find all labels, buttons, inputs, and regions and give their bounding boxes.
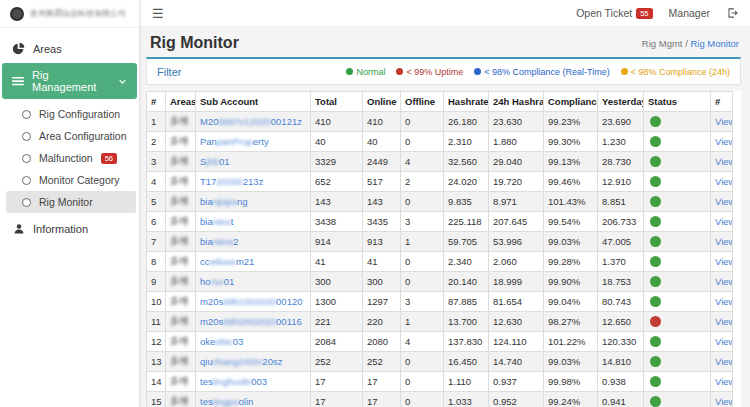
status-legend: Normal< 99% Uptime< 98% Compliance (Real… bbox=[346, 67, 730, 77]
sub-account-link[interactable]: horse01 bbox=[200, 276, 234, 287]
sub-account-suffix: 003 bbox=[251, 376, 267, 387]
sub-account-link[interactable]: ccwilovem21 bbox=[200, 256, 254, 267]
sub-account-link[interactable]: testinghuobi003 bbox=[200, 376, 267, 387]
status-dot bbox=[650, 356, 661, 367]
total-cell: 17 bbox=[311, 372, 363, 392]
view-link[interactable]: View bbox=[715, 216, 733, 227]
company-header: 贵州腾霸信息科技有限公司 bbox=[0, 0, 139, 28]
view-link[interactable]: View bbox=[715, 316, 733, 327]
sidebar-item-areas[interactable]: Areas bbox=[0, 36, 139, 61]
sidebar-item-monitor-category[interactable]: Monitor Category bbox=[0, 169, 139, 191]
sub-account-cell: horse01 bbox=[196, 272, 311, 292]
manager-menu[interactable]: Manager bbox=[669, 7, 710, 19]
action-cell: View bbox=[711, 152, 733, 172]
action-cell: View bbox=[711, 132, 733, 152]
view-link[interactable]: View bbox=[715, 136, 733, 147]
sub-account-suffix: 213z bbox=[243, 176, 264, 187]
view-link[interactable]: View bbox=[715, 276, 733, 287]
total-cell: 252 bbox=[311, 352, 363, 372]
sidebar-toggle-icon[interactable]: ☰ bbox=[152, 7, 164, 20]
col-offline: Offline bbox=[401, 92, 444, 112]
table-row: 7多维biantest2914913159.70553.99699.03%47.… bbox=[147, 232, 733, 252]
table-header-row: # Areas Sub Account Total Online Offline… bbox=[147, 92, 733, 112]
total-cell: 652 bbox=[311, 172, 363, 192]
col-24h-hashrate: 24h Hashrate bbox=[489, 92, 544, 112]
sub-account-suffix: m21 bbox=[236, 256, 254, 267]
status-dot bbox=[650, 396, 661, 407]
sidebar-item-label: Information bbox=[33, 223, 88, 235]
col-action: # bbox=[711, 92, 733, 112]
hashrate-cell: 1.033 bbox=[444, 392, 489, 407]
legend-dot-icon bbox=[621, 68, 628, 75]
area-cell: 多维 bbox=[166, 132, 196, 152]
view-link[interactable]: View bbox=[715, 336, 733, 347]
hashrate-cell: 32.560 bbox=[444, 152, 489, 172]
sub-account-link[interactable]: biantest bbox=[200, 216, 233, 227]
sub-account-link[interactable]: Sjhb01 bbox=[200, 156, 230, 167]
view-link[interactable]: View bbox=[715, 156, 733, 167]
offline-cell: 1 bbox=[401, 232, 444, 252]
sub-account-link[interactable]: T1720200213z bbox=[200, 176, 263, 187]
total-cell: 914 bbox=[311, 232, 363, 252]
action-cell: View bbox=[711, 252, 733, 272]
sub-account-link[interactable]: m20s68h100202000120 bbox=[200, 296, 303, 307]
online-cell: 913 bbox=[363, 232, 401, 252]
view-link[interactable]: View bbox=[715, 236, 733, 247]
rig-table-card: # Areas Sub Account Total Online Offline… bbox=[146, 91, 741, 407]
sub-account-link[interactable]: PanpanProperty bbox=[200, 136, 269, 147]
sub-account-link[interactable]: biantest2 bbox=[200, 236, 239, 247]
view-link[interactable]: View bbox=[715, 356, 733, 367]
area-redacted-text: 多维 bbox=[170, 235, 189, 246]
view-link[interactable]: View bbox=[715, 176, 733, 187]
hashrate-24h-cell: 0.952 bbox=[489, 392, 544, 407]
sidebar-item-rig-configuration[interactable]: Rig Configuration bbox=[0, 103, 139, 125]
row-index-cell: 10 bbox=[147, 292, 166, 312]
sidebar-item-information[interactable]: Information bbox=[0, 217, 139, 241]
pie-chart-icon bbox=[12, 42, 25, 55]
sub-account-cell: testingpoolin bbox=[196, 392, 311, 407]
sub-account-suffix: 00120 bbox=[276, 296, 302, 307]
view-link[interactable]: View bbox=[715, 296, 733, 307]
table-row: 11多维m20s68h200202000116221220113.70012.6… bbox=[147, 312, 733, 332]
hashrate-cell: 59.705 bbox=[444, 232, 489, 252]
sub-account-redacted: 5687v12020 bbox=[218, 116, 270, 127]
view-link[interactable]: View bbox=[715, 256, 733, 267]
breadcrumb-parent[interactable]: Rig Mgmt bbox=[642, 38, 683, 49]
area-redacted-text: 多维 bbox=[170, 335, 189, 346]
offline-cell: 1 bbox=[401, 312, 444, 332]
sub-account-link[interactable]: okexbtc03 bbox=[200, 336, 243, 347]
hashrate-cell: 9.835 bbox=[444, 192, 489, 212]
col-yesterday: Yesterday bbox=[598, 92, 644, 112]
col-online: Online bbox=[363, 92, 401, 112]
view-link[interactable]: View bbox=[715, 396, 733, 407]
sidebar-item-rig-monitor[interactable]: Rig Monitor bbox=[6, 191, 136, 213]
sub-account-link[interactable]: bianjiajiang bbox=[200, 196, 248, 207]
view-link[interactable]: View bbox=[715, 376, 733, 387]
area-redacted-text: 多维 bbox=[170, 355, 189, 366]
filter-bar: Filter Normal< 99% Uptime< 98% Complianc… bbox=[146, 57, 741, 85]
status-cell bbox=[644, 272, 711, 292]
sidebar-item-rig-management[interactable]: Rig Management bbox=[2, 63, 137, 99]
sign-out-icon[interactable] bbox=[726, 7, 738, 19]
view-link[interactable]: View bbox=[715, 196, 733, 207]
sidebar-item-malfunction[interactable]: Malfunction 56 bbox=[0, 147, 139, 169]
total-cell: 2084 bbox=[311, 332, 363, 352]
chevron-down-icon bbox=[118, 77, 127, 86]
sub-account-cell: m20s68h200202000116 bbox=[196, 312, 311, 332]
sub-account-link[interactable]: qiuzhang240m20sz bbox=[200, 356, 282, 367]
open-ticket-label: Open Ticket bbox=[576, 7, 632, 19]
open-ticket-link[interactable]: Open Ticket 55 bbox=[576, 7, 652, 19]
sub-account-cell: T1720200213z bbox=[196, 172, 311, 192]
sidebar-item-area-configuration[interactable]: Area Configuration bbox=[0, 125, 139, 147]
area-redacted-text: 多维 bbox=[170, 115, 189, 126]
company-name: 贵州腾霸信息科技有限公司 bbox=[30, 8, 126, 19]
sub-account-link[interactable]: testingpoolin bbox=[200, 396, 253, 407]
online-cell: 410 bbox=[363, 112, 401, 132]
hashrate-cell: 2.340 bbox=[444, 252, 489, 272]
sub-account-redacted: wilove bbox=[210, 256, 236, 267]
view-link[interactable]: View bbox=[715, 116, 733, 127]
sub-account-link[interactable]: m20s68h200202000116 bbox=[200, 316, 302, 327]
sub-account-link[interactable]: M205687v1202000121z bbox=[200, 116, 302, 127]
filter-toggle[interactable]: Filter bbox=[157, 66, 181, 78]
status-dot bbox=[650, 316, 661, 327]
